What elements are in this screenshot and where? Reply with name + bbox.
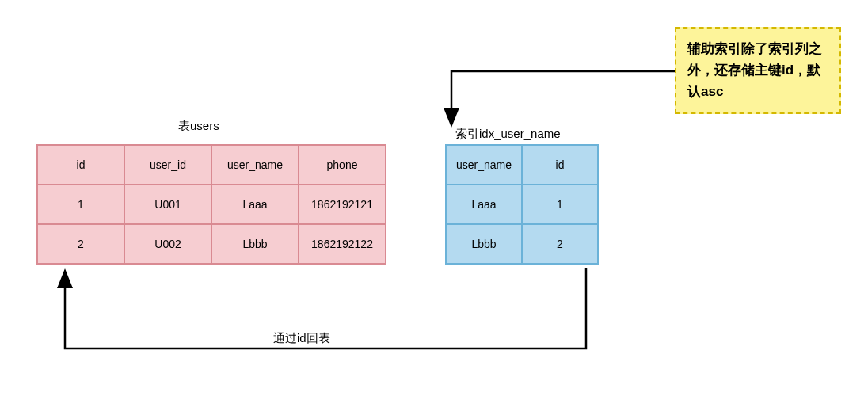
- cell: U002: [124, 224, 211, 264]
- cell: Laaa: [446, 185, 522, 224]
- cell: Lbbb: [446, 224, 522, 264]
- cell: 2: [522, 224, 598, 264]
- table-row: Laaa 1: [446, 185, 598, 224]
- users-table-title: 表users: [178, 119, 219, 134]
- cell: Lbbb: [211, 224, 299, 264]
- index-table: user_name id Laaa 1 Lbbb 2: [445, 144, 599, 265]
- table-row: Lbbb 2: [446, 224, 598, 264]
- cell: Laaa: [211, 185, 299, 224]
- header-cell: user_id: [124, 145, 211, 185]
- cell: U001: [124, 185, 211, 224]
- table-row: 1 U001 Laaa 1862192121: [37, 185, 386, 224]
- bottom-arrow-label: 通过id回表: [273, 331, 330, 346]
- header-cell: id: [37, 145, 124, 185]
- table-header-row: id user_id user_name phone: [37, 145, 386, 185]
- cell: 1862192122: [299, 224, 386, 264]
- callout-note: 辅助索引除了索引列之外，还存储主键id，默认asc: [675, 27, 841, 114]
- header-cell: phone: [299, 145, 386, 185]
- header-cell: user_name: [446, 145, 522, 185]
- cell: 1862192121: [299, 185, 386, 224]
- cell: 2: [37, 224, 124, 264]
- header-cell: id: [522, 145, 598, 185]
- index-table-title: 索引idx_user_name: [455, 127, 561, 142]
- users-table: id user_id user_name phone 1 U001 Laaa 1…: [36, 144, 386, 265]
- table-row: 2 U002 Lbbb 1862192122: [37, 224, 386, 264]
- header-cell: user_name: [211, 145, 299, 185]
- cell: 1: [522, 185, 598, 224]
- table-header-row: user_name id: [446, 145, 598, 185]
- cell: 1: [37, 185, 124, 224]
